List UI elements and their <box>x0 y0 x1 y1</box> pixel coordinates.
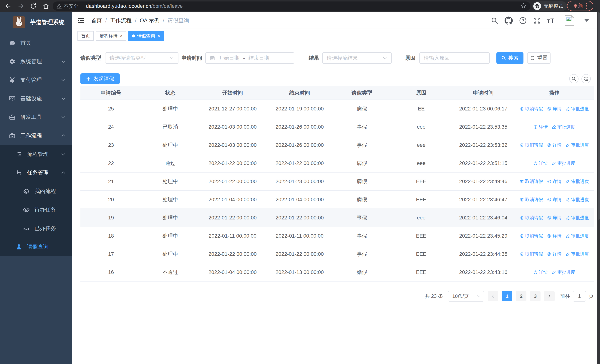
tab-流程详情[interactable]: 流程详情× <box>96 31 126 41</box>
browser-menu-icon[interactable] <box>586 3 587 9</box>
reason-input[interactable]: 请输入原因 <box>419 52 490 64</box>
cell-type: 事假 <box>333 245 391 263</box>
detail-link[interactable]: 详情 <box>547 178 562 184</box>
table-row[interactable]: 21处理中2022-01-22 00:00:002022-01-23 00:00… <box>80 172 594 191</box>
leave-type-select[interactable]: 请选择请假类型 <box>105 52 178 64</box>
user-avatar-broken-image[interactable] <box>562 13 577 28</box>
table-row[interactable]: 22通过2022-01-22 00:00:002022-01-22 00:00:… <box>80 154 594 172</box>
sidebar-item-研发工具[interactable]: 研发工具 <box>0 108 72 126</box>
help-icon[interactable] <box>519 17 527 24</box>
approval-progress-link[interactable]: 审批进度 <box>565 251 589 257</box>
url-domain[interactable]: dashboard.yudao.iocoder.cn <box>86 3 151 9</box>
update-label[interactable]: 更新 <box>573 3 583 9</box>
breadcrumb-item[interactable]: 工作流程 <box>110 17 131 24</box>
result-select[interactable]: 请选择流结果 <box>322 52 392 64</box>
approval-progress-link[interactable]: 审批进度 <box>552 124 575 130</box>
sidebar-fold-icon[interactable] <box>77 17 85 24</box>
search-button[interactable]: 搜索 <box>497 52 524 64</box>
fullscreen-icon[interactable] <box>533 17 541 24</box>
approval-progress-link[interactable]: 审批进度 <box>552 269 575 275</box>
cancel-leave-link[interactable]: 取消请假 <box>520 142 543 148</box>
security-label[interactable]: 不安全 <box>64 3 78 9</box>
sidebar-item-工作流程[interactable]: 工作流程 <box>0 126 72 145</box>
sidebar-item-基础设施[interactable]: 基础设施 <box>0 89 72 108</box>
breadcrumb-item[interactable]: OA 示例 <box>140 17 159 24</box>
approval-progress-link[interactable]: 审批进度 <box>565 178 589 184</box>
detail-link[interactable]: 详情 <box>547 106 562 112</box>
sidebar-item-请假查询[interactable]: 请假查询 <box>0 238 72 256</box>
refresh-table-button[interactable] <box>581 74 591 84</box>
browser-back-icon[interactable] <box>4 2 12 10</box>
reset-button[interactable]: 重置 <box>527 52 551 64</box>
cancel-leave-link[interactable]: 取消请假 <box>520 178 543 184</box>
github-icon[interactable] <box>505 17 513 25</box>
sidebar-item-支付管理[interactable]: 支付管理 <box>0 71 72 89</box>
start-date-placeholder[interactable]: 开始日期 <box>219 55 239 62</box>
toggle-search-button[interactable] <box>569 74 579 84</box>
sidebar-item-已办任务[interactable]: 已办任务 <box>0 219 72 238</box>
approval-progress-link[interactable]: 审批进度 <box>565 197 589 203</box>
sidebar-item-流程管理[interactable]: 流程管理 <box>0 145 72 163</box>
approval-progress-link[interactable]: 审批进度 <box>565 142 589 148</box>
jump-page-input[interactable]: 1 <box>573 291 586 301</box>
close-tab-icon[interactable]: × <box>158 34 160 38</box>
browser-scrollbar[interactable] <box>597 12 600 364</box>
apply-time-range-picker[interactable]: 开始日期 - 结束日期 <box>205 52 294 64</box>
table-row[interactable]: 25处理中2021-12-27 00:00:002022-01-19 00:00… <box>80 100 594 118</box>
browser-reload-icon[interactable] <box>29 2 38 10</box>
sidebar-item-任务管理[interactable]: 任务管理 <box>0 163 72 182</box>
table-row[interactable]: 17处理中2022-01-22 00:00:002022-01-22 00:00… <box>80 245 594 263</box>
divider <box>82 3 82 9</box>
avatar-caret-icon[interactable] <box>584 19 589 22</box>
detail-link[interactable]: 详情 <box>547 233 562 239</box>
header-search-icon[interactable] <box>491 17 498 24</box>
font-size-icon[interactable]: ᴛT <box>547 17 554 24</box>
prev-page-button[interactable] <box>488 291 498 301</box>
table-row[interactable]: 18处理中2022-01-11 00:00:002022-01-11 00:00… <box>80 227 594 245</box>
tab-首页[interactable]: 首页 <box>77 31 94 41</box>
cancel-leave-link[interactable]: 取消请假 <box>520 251 543 257</box>
create-leave-button[interactable]: 发起请假 <box>80 73 120 84</box>
view-icon <box>547 234 552 238</box>
sidebar-item-系统管理[interactable]: 系统管理 <box>0 52 72 71</box>
bookmark-star-icon[interactable] <box>520 3 527 10</box>
table-row[interactable]: 23处理中2022-01-03 00:00:002022-01-26 00:00… <box>80 136 594 154</box>
detail-link[interactable]: 详情 <box>547 251 562 257</box>
sidebar-item-待办任务[interactable]: 待办任务 <box>0 201 72 219</box>
url-path[interactable]: /bpm/oa/leave <box>151 3 183 9</box>
page-button-3[interactable]: 3 <box>530 291 541 301</box>
sidebar-item-我的流程[interactable]: 我的流程 <box>0 182 72 201</box>
cancel-leave-link[interactable]: 取消请假 <box>520 106 543 112</box>
end-date-placeholder[interactable]: 结束日期 <box>248 55 269 62</box>
page-button-1[interactable]: 1 <box>502 291 512 301</box>
page-button-2[interactable]: 2 <box>516 291 526 301</box>
table-row[interactable]: 19处理中2022-01-22 00:00:002022-01-22 00:00… <box>80 209 594 227</box>
detail-link[interactable]: 详情 <box>547 215 562 221</box>
sidebar-item-首页[interactable]: 首页 <box>0 34 72 52</box>
address-bar[interactable]: 不安全 dashboard.yudao.iocoder.cn/bpm/oa/le… <box>53 1 530 11</box>
approval-progress-link[interactable]: 审批进度 <box>552 160 575 166</box>
page-size-select[interactable]: 10条/页 <box>448 291 484 301</box>
app-logo[interactable]: 芋道管理系统 <box>0 12 72 32</box>
approval-progress-link[interactable]: 审批进度 <box>565 106 589 112</box>
browser-update-button[interactable]: 更新 <box>567 1 593 11</box>
table-row[interactable]: 20处理中2022-01-04 00:00:002022-01-04 00:00… <box>80 191 594 209</box>
next-page-button[interactable] <box>544 291 555 301</box>
detail-link[interactable]: 详情 <box>533 269 548 275</box>
detail-link[interactable]: 详情 <box>547 142 562 148</box>
table-row[interactable]: 24已取消2022-01-03 00:00:002022-01-26 00:00… <box>80 118 594 136</box>
browser-home-icon[interactable] <box>42 2 50 10</box>
table-row[interactable]: 16不通过2022-01-04 00:00:002022-01-13 00:00… <box>80 263 594 281</box>
detail-link[interactable]: 详情 <box>533 160 548 166</box>
breadcrumb-item[interactable]: 首页 <box>91 17 102 24</box>
approval-progress-link[interactable]: 审批进度 <box>565 233 589 239</box>
cancel-leave-link[interactable]: 取消请假 <box>520 233 543 239</box>
browser-forward-icon[interactable] <box>17 2 25 10</box>
cancel-leave-link[interactable]: 取消请假 <box>520 197 543 203</box>
cancel-leave-link[interactable]: 取消请假 <box>520 215 543 221</box>
detail-link[interactable]: 详情 <box>533 124 548 130</box>
close-tab-icon[interactable]: × <box>120 34 122 38</box>
detail-link[interactable]: 详情 <box>547 197 562 203</box>
tab-请假查询[interactable]: 请假查询× <box>128 31 164 41</box>
approval-progress-link[interactable]: 审批进度 <box>565 215 589 221</box>
